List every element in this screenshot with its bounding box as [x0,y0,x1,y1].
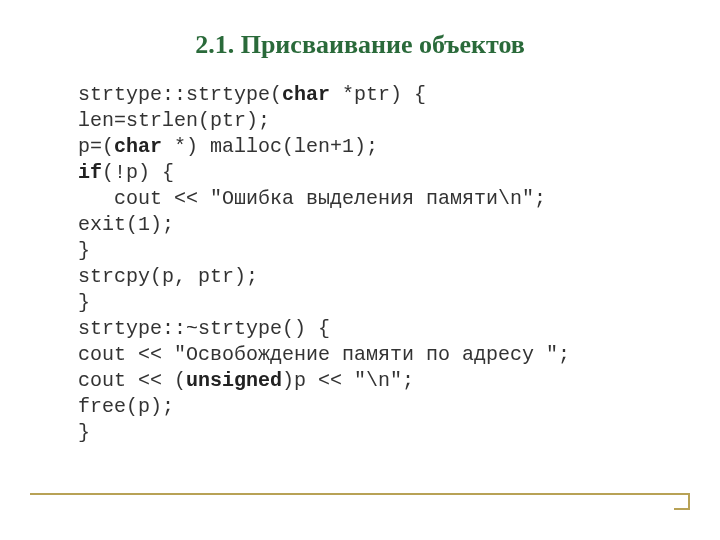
code-line-1: strtype::strtype(char *ptr) { [78,83,426,106]
code-line-6: exit(1); [78,213,174,236]
code-text: strtype::strtype( [78,83,282,106]
code-line-10: strtype::~strtype() { [78,317,330,340]
corner-decoration [674,494,690,510]
code-block: strtype::strtype(char *ptr) { len=strlen… [78,82,670,446]
code-line-5: cout << "Ошибка выделения памяти\n"; [78,187,546,210]
code-text: *ptr) { [330,83,426,106]
code-text: (!p) { [102,161,174,184]
code-text: *) malloc(len+1); [162,135,378,158]
keyword-char: char [114,135,162,158]
code-text: cout << ( [78,369,186,392]
code-line-4: if(!p) { [78,161,174,184]
divider-rule [30,493,690,495]
code-line-12: cout << (unsigned)p << "\n"; [78,369,414,392]
code-line-13: free(p); [78,395,174,418]
code-line-9: } [78,291,90,314]
code-text: p=( [78,135,114,158]
keyword-unsigned: unsigned [186,369,282,392]
code-line-8: strcpy(p, ptr); [78,265,258,288]
code-line-7: } [78,239,90,262]
code-line-11: cout << "Освобождение памяти по адресу "… [78,343,570,366]
keyword-if: if [78,161,102,184]
code-line-2: len=strlen(ptr); [78,109,270,132]
code-line-3: p=(char *) malloc(len+1); [78,135,378,158]
slide: 2.1. Присваивание объектов strtype::strt… [0,0,720,540]
keyword-char: char [282,83,330,106]
code-text: )p << "\n"; [282,369,414,392]
code-line-14: } [78,421,90,444]
slide-title: 2.1. Присваивание объектов [50,30,670,60]
